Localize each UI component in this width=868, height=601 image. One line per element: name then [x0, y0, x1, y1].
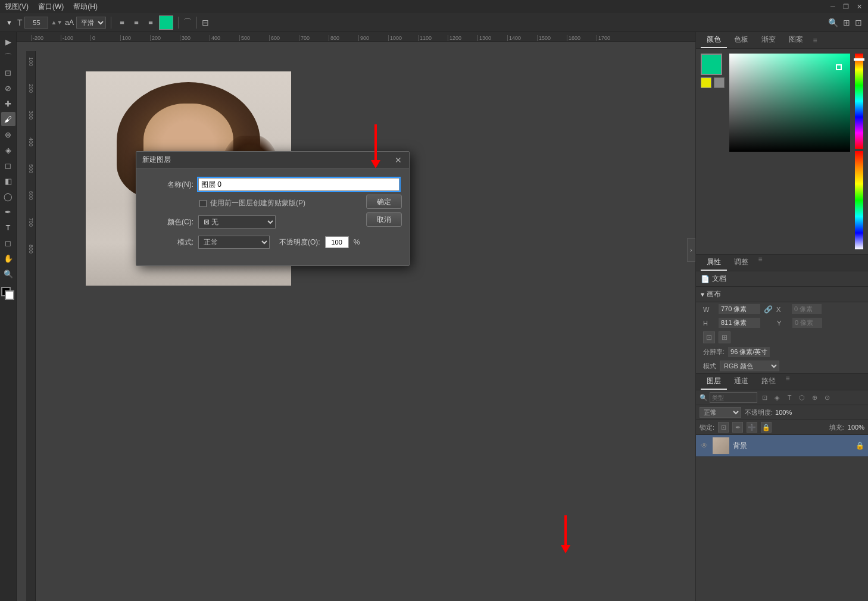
layer-name-input[interactable]	[198, 178, 399, 191]
tab-swatches[interactable]: 色板	[728, 32, 754, 48]
clipping-mask-checkbox[interactable]	[199, 200, 207, 207]
tab-color[interactable]: 颜色	[701, 32, 727, 48]
lock-all-btn[interactable]: 🔒	[761, 422, 772, 433]
close-button[interactable]: ✕	[855, 2, 863, 11]
tool-pen[interactable]: ✒	[1, 205, 15, 219]
w-value[interactable]: 770 像素	[719, 304, 760, 314]
lock-artboard-btn[interactable]: ➕	[747, 422, 757, 433]
workspace-icon[interactable]: ⊡	[855, 18, 862, 27]
tool-hand[interactable]: ✋	[1, 251, 15, 265]
menu-help[interactable]: 帮助(H)	[73, 2, 98, 12]
filter-adjust-btn[interactable]: ◈	[772, 392, 782, 403]
layers-panel-menu[interactable]: ≡	[783, 374, 792, 383]
tool-gradient[interactable]: ◧	[1, 174, 15, 188]
doc-icon: 📄	[701, 275, 710, 283]
align-right-btn[interactable]: ≡	[145, 17, 157, 29]
arrange-icon[interactable]: ⊞	[843, 18, 850, 27]
tool-crop[interactable]: ⊡	[1, 65, 15, 80]
lock-pixels-btn[interactable]: ⊡	[718, 422, 729, 433]
tab-adjustments[interactable]: 调整	[728, 255, 754, 271]
mode-attr-select[interactable]: RGB 颜色	[720, 361, 779, 371]
align-left-btn[interactable]: ≡	[116, 17, 128, 29]
color-label: 颜色(C):	[146, 217, 193, 227]
h-value[interactable]: 811 像素	[719, 318, 760, 328]
mode-select[interactable]: 正常	[198, 236, 270, 249]
right-panel: 颜色 色板 渐变 图案 ≡	[695, 32, 868, 601]
color-strips	[855, 54, 863, 249]
align-center-btn[interactable]: ≡	[130, 17, 142, 29]
mode-row: 模式: 正常 不透明度(O): %	[146, 236, 399, 249]
tab-channels[interactable]: 通道	[728, 374, 754, 390]
layer-thumb-image	[713, 437, 729, 454]
layer-search-input[interactable]	[710, 392, 757, 403]
sat-strip[interactable]	[855, 151, 863, 249]
opacity-input[interactable]	[325, 236, 349, 248]
hue-strip[interactable]	[855, 54, 863, 149]
canvas-fit-btn[interactable]: ⊡	[703, 331, 715, 343]
tab-pattern[interactable]: 图案	[783, 32, 809, 48]
search-icon[interactable]: 🔍	[828, 18, 838, 27]
document-section[interactable]: 📄 文档	[696, 271, 868, 287]
y-value[interactable]: 0 像素	[792, 318, 822, 328]
tab-gradient[interactable]: 渐变	[755, 32, 782, 48]
canvas-area: -200 -100 0 100 200 300 400 500 600 700 …	[17, 32, 695, 601]
filter-shape-btn[interactable]: ⬡	[797, 392, 807, 403]
tool-history[interactable]: ◈	[1, 143, 15, 157]
dialog-close-button[interactable]: ✕	[394, 155, 403, 165]
layer-item-background[interactable]: 👁 背景 🔒	[696, 435, 868, 457]
filter-smart-btn[interactable]: ⊕	[809, 392, 820, 403]
tool-clone[interactable]: ⊕	[1, 127, 15, 142]
tool-eyedrop[interactable]: ⊘	[1, 81, 15, 95]
tool-zoom[interactable]: 🔍	[1, 267, 15, 281]
font-smooth-select[interactable]: 平滑	[76, 17, 106, 29]
tool-heal[interactable]: ✚	[1, 96, 15, 111]
fill-value[interactable]: 100%	[848, 424, 864, 431]
tool-brush[interactable]: 🖌	[1, 112, 15, 126]
attr-panel-menu[interactable]: ≡	[755, 255, 765, 264]
canvas-rotate-btn[interactable]: ⊞	[719, 331, 730, 343]
filter-pixel-btn[interactable]: ⊡	[759, 392, 770, 403]
restore-button[interactable]: ❐	[842, 2, 850, 11]
tab-layers[interactable]: 图层	[701, 374, 727, 390]
menu-view[interactable]: 视图(V)	[5, 2, 29, 12]
layer-visibility-toggle[interactable]: 👁	[700, 441, 709, 450]
color-swatch[interactable]	[159, 15, 173, 30]
attributes-panel: 属性 调整 ≡ 📄 文档 ▾ 画布 W 770 像素 🔗 X 0 像素	[696, 255, 868, 374]
color-panel-menu[interactable]: ≡	[810, 36, 820, 45]
lock-position-btn[interactable]: ✒	[732, 422, 743, 433]
sep3	[196, 17, 197, 29]
tool-dodge[interactable]: ◯	[1, 189, 15, 204]
background-color[interactable]	[5, 290, 14, 300]
tab-paths[interactable]: 路径	[755, 374, 782, 390]
confirm-button[interactable]: 确定	[366, 195, 402, 209]
tool-shape[interactable]: ◻	[1, 236, 15, 250]
tool-select[interactable]: ▶	[1, 35, 15, 49]
link-icon[interactable]: 🔗	[764, 305, 773, 314]
tool-arrow[interactable]: ▼	[4, 18, 15, 27]
menu-window[interactable]: 窗口(W)	[38, 2, 64, 12]
tool-text[interactable]: T	[1, 220, 15, 234]
opacity-value[interactable]: 100%	[775, 409, 792, 416]
blend-mode-select[interactable]: 正常	[700, 407, 741, 418]
layer-arrow-head	[561, 545, 570, 553]
mode-label: 模式:	[146, 237, 193, 248]
options-icon[interactable]: ⊟	[202, 18, 209, 27]
filter-text-btn[interactable]: T	[784, 392, 795, 403]
font-size-input[interactable]	[24, 17, 48, 29]
x-value[interactable]: 0 像素	[792, 304, 822, 314]
dialog-buttons: 确定 取消	[366, 195, 402, 227]
main-layout: ▶ ⌒ ⊡ ⊘ ✚ 🖌 ⊕ ◈ ◻ ◧ ◯ ✒ T ◻ ✋ 🔍 -200 -10…	[0, 32, 868, 601]
cancel-button[interactable]: 取消	[366, 212, 402, 227]
tab-properties[interactable]: 属性	[701, 255, 727, 271]
filter-dot-btn[interactable]: ⊙	[822, 392, 832, 403]
gradient-picker[interactable]	[729, 54, 850, 152]
warp-text-icon[interactable]: ⌒	[183, 17, 192, 28]
color-select[interactable]: ⊠ 无	[198, 215, 276, 228]
tool-lasso[interactable]: ⌒	[1, 50, 15, 64]
tool-eraser[interactable]: ◻	[1, 158, 15, 173]
minimize-button[interactable]: ─	[829, 2, 837, 11]
foreground-swatch[interactable]	[701, 54, 722, 75]
new-layer-dialog: 新建图层 ✕ 名称(N): 使用前一图层创建剪贴蒙版(P)	[136, 151, 410, 266]
canvas-section[interactable]: ▾ 画布	[696, 287, 868, 302]
color-indicators	[701, 77, 725, 88]
